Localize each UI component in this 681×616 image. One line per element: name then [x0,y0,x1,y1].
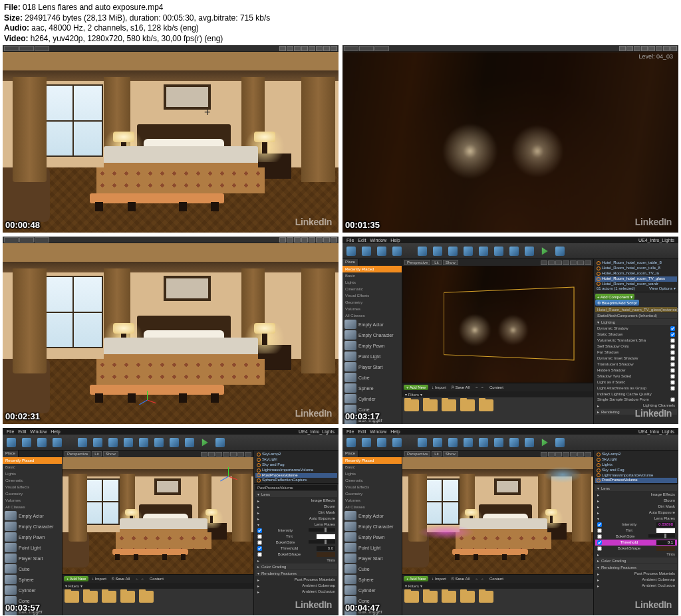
folder-icon[interactable] [442,399,456,411]
add-new-button[interactable]: + Add New [404,385,428,390]
audio-label: Audio: [4,23,29,33]
viewport[interactable] [402,266,593,383]
frame-2: Level: 04_03 00:01:35 LinkedIn [342,45,678,233]
add-new-button[interactable]: + Add New [404,576,428,581]
frame-1: + 00:00:48 LinkedIn [3,45,339,233]
menu-bar[interactable]: FileEditWindowHelp UE4_Intro_Lights [342,428,678,435]
world-outliner[interactable]: Hotel_Room_hotel_room_table_8 Hotel_Room… [594,259,678,292]
cursor-cross-icon: + [204,106,210,118]
viewport-options-bar[interactable]: PerspectiveLitShow [63,451,253,457]
linkedin-watermark: LinkedIn [635,217,672,227]
size-label: Size: [4,13,23,23]
add-new-button[interactable]: + Add New [64,576,88,581]
folder-icon[interactable] [423,399,438,411]
thumbnail-grid: + 00:00:48 LinkedIn Level: 04_03 00:01:3… [0,45,681,616]
viewport[interactable] [402,457,593,574]
viewport-toolbar [342,45,678,52]
file-label: File: [4,3,21,12]
menu-bar[interactable]: FileEditWindowHelp UE4_Intro_Lights [342,237,678,243]
viewport-toolbar [3,45,339,52]
timestamp: 00:01:35 [345,220,380,230]
place-actors-panel[interactable]: Place Recently Placed Basic Lights Cinem… [342,451,402,615]
main-toolbar[interactable] [342,435,678,451]
file-value: 018 Lens flares and auto exposure.mp4 [23,3,163,12]
lens-flare-icon [418,525,475,539]
linkedin-watermark: LinkedIn [635,599,672,610]
linkedin-watermark: LinkedIn [295,217,332,227]
content-browser[interactable]: + Add New ↓ Import ⎘ Save All ← → Conten… [63,574,253,615]
viewport-toolbar [3,237,339,243]
video-label: Video: [4,34,28,43]
main-toolbar[interactable] [3,435,339,451]
linkedin-watermark: LinkedIn [295,408,332,419]
timestamp: 00:04:47 [345,603,380,613]
details-panel[interactable]: PostProcessVolume ▾ Lens ▸ Image Effects… [254,484,339,615]
frame-6: FileEditWindowHelp UE4_Intro_Lights Plac… [342,428,678,615]
content-browser[interactable]: + Add New ↓ Import ⎘ Save All ← → Conten… [402,383,593,424]
audio-value: aac, 48000 Hz, 2 channels, s16, 128 kb/s… [31,23,199,33]
folder-icon[interactable] [404,399,419,411]
folder-icon[interactable] [460,399,475,411]
timestamp: 00:03:57 [5,603,40,613]
linkedin-watermark: LinkedIn [295,599,332,610]
timestamp: 00:00:48 [5,220,40,230]
place-actors-panel[interactable]: Place Recently Placed Basic Lights Cinem… [342,259,402,424]
frame-3: 00:02:31 LinkedIn [3,237,339,424]
folder-icon[interactable] [479,399,493,411]
play-button[interactable] [537,246,552,257]
move-gizmo-icon [137,390,157,410]
video-value: h264, yuv420p, 1280x720, 580 kb/s, 30,00… [31,34,223,43]
world-outliner[interactable]: SkyLamp2 SkyLight Sky and Fog LightmassI… [254,451,339,484]
place-actors-panel[interactable]: Place Recently Placed Basic Lights Cinem… [3,451,63,615]
play-button[interactable] [537,437,552,448]
file-info-header: File: 018 Lens flares and auto exposure.… [0,0,681,45]
timestamp: 00:02:31 [5,411,40,421]
menu-bar[interactable]: FileEditWindowHelp UE4_Intro_Lights [3,428,339,435]
size-value: 29491746 bytes (28,13 MiB), duration: 00… [25,13,270,23]
details-panel[interactable]: + Add Component ▾ ⚙ Blueprint/Add Script… [594,292,678,424]
details-panel[interactable]: ▾ Lens ▸ Image Effects ▸ Bloom ▸ Dirt Ma… [594,484,678,615]
timestamp: 00:03:17 [345,411,380,421]
viewport[interactable] [63,457,253,574]
frame-5: FileEditWindowHelp UE4_Intro_Lights Plac… [3,428,339,615]
move-gizmo-icon [218,466,238,486]
content-browser[interactable]: + Add New ↓ Import ⎘ Save All ← → Conten… [402,574,593,615]
world-outliner[interactable]: SkyLamp2 SkyLight Lights Sky and Fog Lig… [594,451,678,484]
main-toolbar[interactable] [342,243,678,259]
lens-flare-icon [543,466,581,483]
frame-4: FileEditWindowHelp UE4_Intro_Lights [342,237,678,424]
selection-outline [444,286,574,360]
viewport-options-bar[interactable]: PerspectiveLitShow [402,259,593,266]
level-label: Level: 04_03 [638,53,673,60]
linkedin-watermark: LinkedIn [635,408,672,419]
play-button[interactable] [198,437,212,448]
viewport-options-bar[interactable]: PerspectiveLitShow [402,451,593,457]
